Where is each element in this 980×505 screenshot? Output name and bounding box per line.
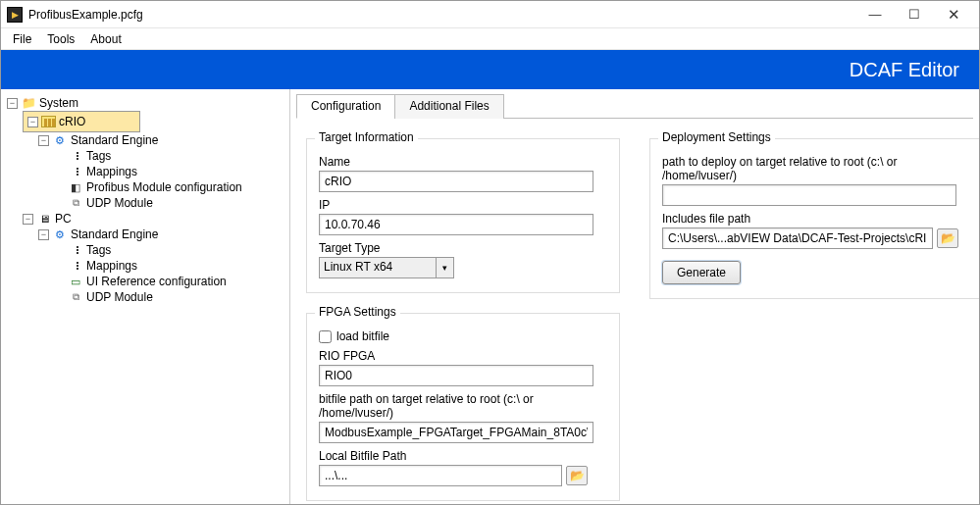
tree-node-crio[interactable]: −cRIO [23, 111, 140, 132]
banner-title: DCAF Editor [850, 59, 959, 81]
tree-sidebar: −System −cRIO −Standard Engine Tags Mapp… [1, 89, 290, 504]
group-deployment: Deployment Settings path to deploy on ta… [649, 138, 979, 299]
generate-button[interactable]: Generate [662, 261, 741, 284]
folder-icon [21, 96, 36, 110]
menu-about[interactable]: About [82, 30, 129, 48]
tree-node-mappings-pc[interactable]: Mappings [54, 258, 285, 274]
legend-deployment: Deployment Settings [658, 130, 775, 144]
dots-icon [68, 149, 83, 163]
label-local-bitfile: Local Bitfile Path [319, 449, 607, 463]
maximize-button[interactable]: ☐ [895, 1, 934, 28]
ui-icon [68, 275, 83, 288]
title-bar: ProfibusExample.pcfg — ☐ ✕ [1, 1, 979, 28]
input-ip[interactable] [319, 214, 593, 235]
menu-file[interactable]: File [5, 30, 39, 48]
label-rio-fpga: RIO FPGA [319, 349, 607, 363]
label-load-bitfile: load bitfile [336, 329, 389, 343]
group-target-info: Target Information Name IP Target Type L… [306, 138, 620, 293]
monitor-icon [36, 212, 52, 226]
minimize-button[interactable]: — [855, 1, 895, 28]
tabs: Configuration Additional Files [296, 93, 973, 119]
banner: DCAF Editor [1, 50, 979, 89]
label-ip: IP [319, 198, 607, 212]
dots-icon [68, 259, 83, 273]
select-target-type[interactable]: Linux RT x64 [319, 257, 437, 278]
window-title: ProfibusExample.pcfg [28, 8, 855, 22]
chevron-down-icon[interactable]: ▾ [437, 257, 454, 278]
tree-node-pc[interactable]: −PC [23, 211, 285, 227]
checkbox-load-bitfile[interactable] [319, 330, 332, 343]
module-icon [68, 180, 83, 194]
close-button[interactable]: ✕ [934, 1, 973, 28]
group-fpga: FPGA Settings load bitfile RIO FPGA bitf… [306, 313, 620, 501]
tree-node-engine-pc[interactable]: −Standard Engine [38, 227, 285, 242]
tree-node-system[interactable]: −System [7, 95, 285, 111]
label-bitfile-path: bitfile path on target relative to root … [319, 392, 607, 420]
tree-node-mappings[interactable]: Mappings [54, 164, 285, 179]
app-icon [7, 7, 23, 23]
input-deploy-path[interactable] [662, 184, 956, 206]
dots-icon [68, 165, 83, 178]
input-rio-fpga[interactable] [319, 365, 593, 386]
browse-local-bitfile-button[interactable] [566, 466, 588, 485]
input-name[interactable] [319, 171, 593, 192]
tree-node-engine[interactable]: −Standard Engine [38, 132, 285, 148]
tree-node-uiref[interactable]: UI Reference configuration [54, 274, 285, 289]
tab-configuration[interactable]: Configuration [296, 94, 395, 119]
main-panel: Configuration Additional Files Target In… [290, 89, 979, 504]
gear-icon [52, 227, 68, 241]
tree-node-tags[interactable]: Tags [54, 148, 285, 164]
legend-target-info: Target Information [315, 130, 418, 144]
udp-icon [68, 196, 83, 210]
label-name: Name [319, 155, 607, 169]
gear-icon [52, 133, 68, 147]
input-local-bitfile[interactable] [319, 465, 562, 486]
tree-node-udp-pc[interactable]: UDP Module [54, 289, 285, 305]
label-target-type: Target Type [319, 241, 607, 255]
legend-fpga: FPGA Settings [315, 305, 400, 319]
crio-icon [41, 116, 56, 127]
label-includes-path: Includes file path [662, 212, 968, 226]
tree-node-udp[interactable]: UDP Module [54, 195, 285, 211]
udp-icon [68, 290, 83, 304]
input-includes-path[interactable] [662, 227, 933, 249]
tree-node-tags-pc[interactable]: Tags [54, 242, 285, 258]
tree-node-profibus[interactable]: Profibus Module configuration [54, 179, 285, 195]
label-deploy-path: path to deploy on target relative to roo… [662, 155, 968, 182]
input-bitfile-path[interactable] [319, 422, 593, 443]
browse-includes-button[interactable] [937, 228, 958, 248]
menu-bar: File Tools About [1, 28, 979, 50]
dots-icon [68, 243, 83, 257]
menu-tools[interactable]: Tools [39, 30, 82, 48]
tab-additional-files[interactable]: Additional Files [394, 94, 503, 119]
